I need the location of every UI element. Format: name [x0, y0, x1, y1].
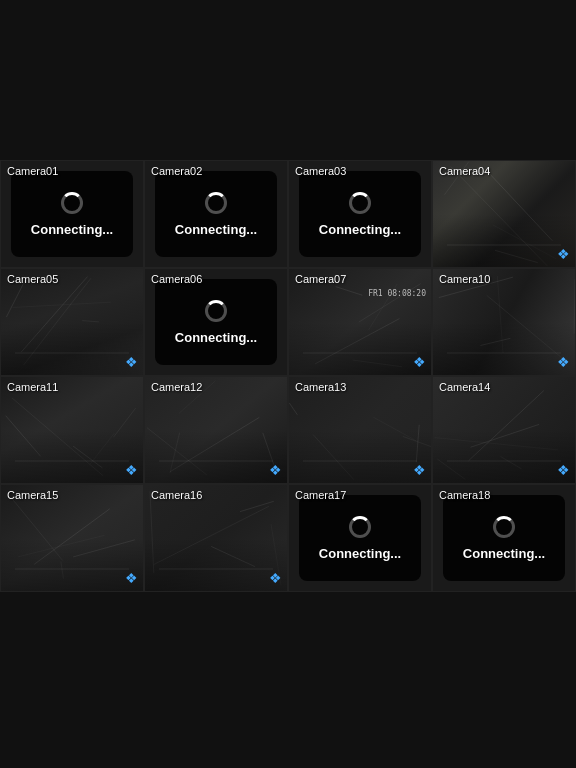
camera-cell-cam06[interactable]: Camera06Connecting... [144, 268, 288, 376]
expand-icon-cam13[interactable]: ❖ [413, 462, 426, 478]
spinner-cam17 [349, 516, 371, 538]
camera-cell-cam01[interactable]: Camera01Connecting... [0, 160, 144, 268]
connecting-text-cam01: Connecting... [31, 222, 113, 237]
spinner-cam03 [349, 192, 371, 214]
camera-label-cam13: Camera13 [295, 381, 346, 393]
connecting-text-cam17: Connecting... [319, 546, 401, 561]
expand-icon-cam14[interactable]: ❖ [557, 462, 570, 478]
connecting-overlay-cam17: Connecting... [299, 495, 421, 581]
camera-cell-cam18[interactable]: Camera18Connecting... [432, 484, 576, 592]
camera-cell-cam16[interactable]: Camera16❖ [144, 484, 288, 592]
camera-grid: Camera01Connecting...Camera02Connecting.… [0, 0, 576, 700]
spinner-cam01 [61, 192, 83, 214]
connecting-overlay-cam02: Connecting... [155, 171, 277, 257]
expand-icon-cam05[interactable]: ❖ [125, 354, 138, 370]
camera-cell-cam04[interactable]: Camera04❖ [432, 160, 576, 268]
camera-cell-cam11[interactable]: Camera11❖ [0, 376, 144, 484]
camera-label-cam18: Camera18 [439, 489, 490, 501]
expand-icon-cam10[interactable]: ❖ [557, 354, 570, 370]
camera-cell-cam15[interactable]: Camera15❖ [0, 484, 144, 592]
camera-label-cam02: Camera02 [151, 165, 202, 177]
camera-label-cam12: Camera12 [151, 381, 202, 393]
connecting-text-cam03: Connecting... [319, 222, 401, 237]
connecting-overlay-cam01: Connecting... [11, 171, 133, 257]
camera-label-cam07: Camera07 [295, 273, 346, 285]
camera-timestamp-cam07: FR1 08:08:20 [368, 289, 426, 298]
connecting-text-cam18: Connecting... [463, 546, 545, 561]
connecting-text-cam02: Connecting... [175, 222, 257, 237]
connecting-overlay-cam18: Connecting... [443, 495, 565, 581]
camera-label-cam10: Camera10 [439, 273, 490, 285]
expand-icon-cam07[interactable]: ❖ [413, 354, 426, 370]
camera-cell-cam03[interactable]: Camera03Connecting... [288, 160, 432, 268]
expand-icon-cam15[interactable]: ❖ [125, 570, 138, 586]
camera-cell-cam02[interactable]: Camera02Connecting... [144, 160, 288, 268]
spinner-cam02 [205, 192, 227, 214]
camera-label-cam11: Camera11 [7, 381, 58, 393]
camera-cell-cam17[interactable]: Camera17Connecting... [288, 484, 432, 592]
connecting-overlay-cam03: Connecting... [299, 171, 421, 257]
camera-cell-cam10[interactable]: Camera10❖ [432, 268, 576, 376]
camera-cell-cam07[interactable]: Camera07FR1 08:08:20❖ [288, 268, 432, 376]
camera-label-cam03: Camera03 [295, 165, 346, 177]
camera-cell-cam14[interactable]: Camera14❖ [432, 376, 576, 484]
camera-label-cam04: Camera04 [439, 165, 490, 177]
spinner-cam06 [205, 300, 227, 322]
expand-icon-cam16[interactable]: ❖ [269, 570, 282, 586]
expand-icon-cam04[interactable]: ❖ [557, 246, 570, 262]
expand-icon-cam12[interactable]: ❖ [269, 462, 282, 478]
spinner-cam18 [493, 516, 515, 538]
camera-label-cam16: Camera16 [151, 489, 202, 501]
camera-label-cam15: Camera15 [7, 489, 58, 501]
camera-label-cam01: Camera01 [7, 165, 58, 177]
connecting-overlay-cam06: Connecting... [155, 279, 277, 365]
camera-label-cam14: Camera14 [439, 381, 490, 393]
connecting-text-cam06: Connecting... [175, 330, 257, 345]
camera-cell-cam13[interactable]: Camera13❖ [288, 376, 432, 484]
camera-label-cam05: Camera05 [7, 273, 58, 285]
camera-cell-cam12[interactable]: Camera12❖ [144, 376, 288, 484]
camera-label-cam06: Camera06 [151, 273, 202, 285]
camera-label-cam17: Camera17 [295, 489, 346, 501]
camera-cell-cam05[interactable]: Camera05❖ [0, 268, 144, 376]
expand-icon-cam11[interactable]: ❖ [125, 462, 138, 478]
